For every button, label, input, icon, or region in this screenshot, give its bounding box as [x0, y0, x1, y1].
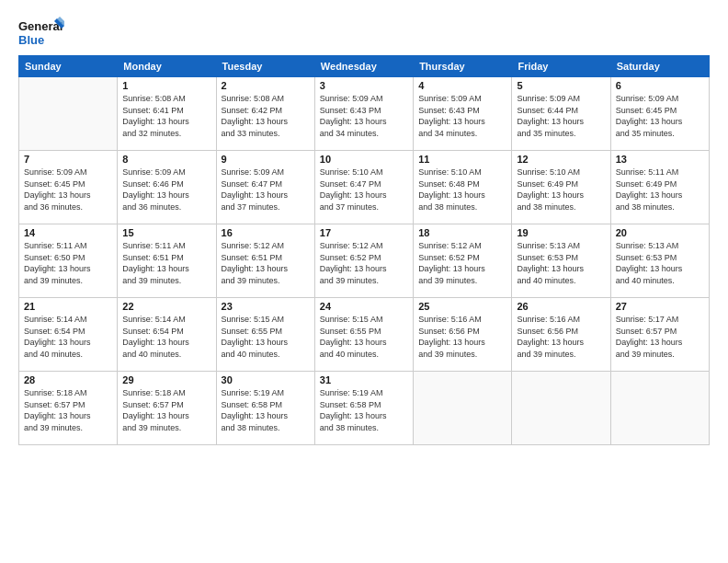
day-info-line: and 40 minutes.: [24, 349, 112, 361]
calendar-day-header: Saturday: [610, 56, 709, 77]
day-info: Sunrise: 5:09 AMSunset: 6:47 PMDaylight:…: [222, 167, 310, 213]
day-number: 13: [616, 154, 704, 165]
day-info: Sunrise: 5:12 AMSunset: 6:51 PMDaylight:…: [222, 240, 310, 286]
day-number: 2: [222, 80, 310, 91]
day-info-line: and 40 minutes.: [517, 275, 605, 287]
day-info-line: Sunset: 6:51 PM: [222, 252, 310, 264]
day-info: Sunrise: 5:09 AMSunset: 6:44 PMDaylight:…: [517, 93, 605, 139]
day-info-line: Sunset: 6:57 PM: [122, 399, 210, 411]
day-info-line: Daylight: 13 hours: [616, 263, 704, 275]
day-info-line: Daylight: 13 hours: [320, 116, 408, 128]
day-info-line: Sunset: 6:57 PM: [616, 326, 704, 338]
day-info-line: Sunset: 6:54 PM: [122, 326, 210, 338]
day-info-line: Sunrise: 5:08 AM: [222, 93, 310, 105]
day-number: 3: [320, 80, 408, 91]
day-info-line: Daylight: 13 hours: [320, 190, 408, 201]
day-number: 11: [418, 154, 506, 165]
day-info-line: and 38 minutes.: [320, 422, 408, 434]
day-number: 21: [24, 301, 112, 312]
day-number: 27: [616, 301, 704, 312]
day-number: 24: [320, 301, 408, 312]
day-info-line: Sunset: 6:47 PM: [320, 178, 408, 190]
day-info-line: Daylight: 13 hours: [418, 116, 506, 128]
day-info-line: Sunrise: 5:17 AM: [616, 314, 704, 326]
day-info-line: Daylight: 13 hours: [222, 410, 310, 422]
day-info-line: Sunrise: 5:12 AM: [418, 240, 506, 252]
day-info-line: Sunrise: 5:11 AM: [24, 240, 112, 252]
day-info-line: Sunset: 6:55 PM: [320, 326, 408, 338]
day-info-line: Sunrise: 5:16 AM: [418, 314, 506, 326]
day-number: 22: [122, 301, 210, 312]
table-row: 25Sunrise: 5:16 AMSunset: 6:56 PMDayligh…: [414, 298, 512, 372]
day-info-line: and 36 minutes.: [122, 201, 210, 213]
table-row: 16Sunrise: 5:12 AMSunset: 6:51 PMDayligh…: [216, 224, 314, 298]
day-number: 29: [122, 374, 210, 385]
day-info-line: Sunrise: 5:08 AM: [122, 93, 210, 105]
day-info-line: Sunrise: 5:13 AM: [517, 240, 605, 252]
day-info-line: Daylight: 13 hours: [418, 337, 506, 349]
table-row: 20Sunrise: 5:13 AMSunset: 6:53 PMDayligh…: [610, 224, 709, 298]
table-row: 21Sunrise: 5:14 AMSunset: 6:54 PMDayligh…: [19, 298, 118, 372]
day-info-line: Sunset: 6:56 PM: [517, 326, 605, 338]
day-info: Sunrise: 5:18 AMSunset: 6:57 PMDaylight:…: [24, 387, 112, 433]
header: General Blue: [18, 17, 710, 50]
day-info-line: Sunset: 6:56 PM: [418, 326, 506, 338]
table-row: 22Sunrise: 5:14 AMSunset: 6:54 PMDayligh…: [118, 298, 216, 372]
day-info-line: Daylight: 13 hours: [517, 263, 605, 275]
day-info-line: Daylight: 13 hours: [222, 337, 310, 349]
day-info-line: Daylight: 13 hours: [122, 190, 210, 201]
day-number: 8: [122, 154, 210, 165]
table-row: 11Sunrise: 5:10 AMSunset: 6:48 PMDayligh…: [414, 151, 512, 224]
day-info-line: Sunrise: 5:09 AM: [517, 93, 605, 105]
day-info-line: and 39 minutes.: [24, 275, 112, 287]
day-info: Sunrise: 5:19 AMSunset: 6:58 PMDaylight:…: [320, 387, 408, 433]
day-info-line: Daylight: 13 hours: [24, 337, 112, 349]
day-info: Sunrise: 5:08 AMSunset: 6:41 PMDaylight:…: [122, 93, 210, 139]
day-info-line: Sunset: 6:48 PM: [418, 178, 506, 190]
day-info: Sunrise: 5:12 AMSunset: 6:52 PMDaylight:…: [320, 240, 408, 286]
day-number: 28: [24, 374, 112, 385]
day-info-line: Sunset: 6:57 PM: [24, 399, 112, 411]
table-row: 7Sunrise: 5:09 AMSunset: 6:45 PMDaylight…: [19, 151, 118, 224]
calendar-day-header: Monday: [118, 56, 216, 77]
table-row: 4Sunrise: 5:09 AMSunset: 6:43 PMDaylight…: [414, 77, 512, 151]
day-info-line: and 38 minutes.: [222, 422, 310, 434]
table-row: 18Sunrise: 5:12 AMSunset: 6:52 PMDayligh…: [414, 224, 512, 298]
calendar-table: SundayMondayTuesdayWednesdayThursdayFrid…: [18, 55, 710, 445]
day-info-line: Sunset: 6:49 PM: [517, 178, 605, 190]
day-info-line: Daylight: 13 hours: [122, 263, 210, 275]
day-info-line: Daylight: 13 hours: [24, 263, 112, 275]
day-info-line: Sunrise: 5:12 AM: [320, 240, 408, 252]
day-info-line: Daylight: 13 hours: [418, 190, 506, 201]
day-number: 26: [517, 301, 605, 312]
day-info-line: Daylight: 13 hours: [616, 190, 704, 201]
day-info: Sunrise: 5:16 AMSunset: 6:56 PMDaylight:…: [517, 314, 605, 360]
day-info: Sunrise: 5:18 AMSunset: 6:57 PMDaylight:…: [122, 387, 210, 433]
day-info: Sunrise: 5:15 AMSunset: 6:55 PMDaylight:…: [320, 314, 408, 360]
table-row: 28Sunrise: 5:18 AMSunset: 6:57 PMDayligh…: [19, 372, 118, 445]
day-info-line: Daylight: 13 hours: [517, 337, 605, 349]
calendar-day-header: Tuesday: [216, 56, 314, 77]
day-info-line: Daylight: 13 hours: [122, 410, 210, 422]
day-info: Sunrise: 5:11 AMSunset: 6:50 PMDaylight:…: [24, 240, 112, 286]
day-info-line: Daylight: 13 hours: [222, 190, 310, 201]
calendar-week-row: 1Sunrise: 5:08 AMSunset: 6:41 PMDaylight…: [19, 77, 710, 151]
day-info-line: Sunrise: 5:09 AM: [122, 167, 210, 178]
day-info-line: and 38 minutes.: [517, 201, 605, 213]
day-number: 4: [418, 80, 506, 91]
day-number: 25: [418, 301, 506, 312]
day-info-line: Daylight: 13 hours: [616, 337, 704, 349]
day-info-line: Daylight: 13 hours: [517, 190, 605, 201]
day-info-line: and 40 minutes.: [122, 349, 210, 361]
svg-text:Blue: Blue: [18, 33, 44, 47]
day-info-line: and 39 minutes.: [24, 422, 112, 434]
table-row: [414, 372, 512, 445]
table-row: 19Sunrise: 5:13 AMSunset: 6:53 PMDayligh…: [512, 224, 610, 298]
day-info-line: and 35 minutes.: [517, 128, 605, 140]
day-info-line: and 39 minutes.: [616, 349, 704, 361]
day-info-line: and 32 minutes.: [122, 128, 210, 140]
table-row: 31Sunrise: 5:19 AMSunset: 6:58 PMDayligh…: [314, 372, 413, 445]
day-info: Sunrise: 5:10 AMSunset: 6:47 PMDaylight:…: [320, 167, 408, 213]
day-info-line: Sunset: 6:53 PM: [517, 252, 605, 264]
day-number: 9: [222, 154, 310, 165]
